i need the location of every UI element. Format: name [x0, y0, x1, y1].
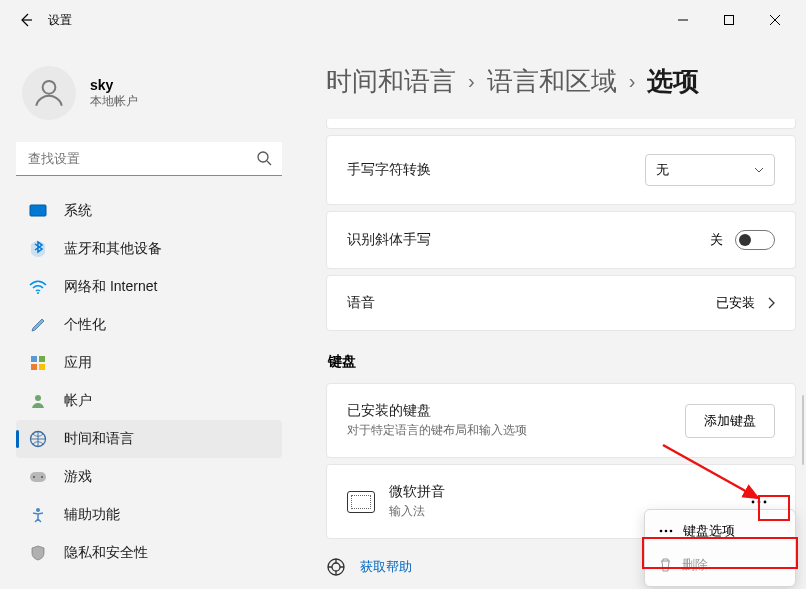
svg-point-18: [758, 500, 761, 503]
nav-label: 隐私和安全性: [64, 544, 148, 562]
minimize-button[interactable]: [660, 4, 706, 36]
installed-kb-sub: 对于特定语言的键布局和输入选项: [347, 422, 527, 439]
nav-label: 帐户: [64, 392, 92, 410]
nav-label: 系统: [64, 202, 92, 220]
ctx-delete: 删除: [649, 548, 791, 582]
search-input[interactable]: [16, 142, 282, 176]
chevron-right-icon: [767, 297, 775, 309]
window-title: 设置: [48, 12, 72, 29]
row-italic: 识别斜体手写 关: [327, 212, 795, 268]
row-installed-keyboards: 已安装的键盘 对于特定语言的键布局和输入选项 添加键盘: [327, 384, 795, 457]
back-button[interactable]: [8, 2, 44, 38]
wifi-icon: [28, 277, 48, 297]
ctx-label: 删除: [682, 556, 708, 574]
keyboard-section-title: 键盘: [328, 353, 806, 371]
search-icon: [256, 150, 272, 170]
person-icon: [28, 391, 48, 411]
globe-clock-icon: [28, 429, 48, 449]
handwriting-select[interactable]: 无: [645, 154, 775, 186]
nav-privacy[interactable]: 隐私和安全性: [16, 534, 282, 572]
avatar-icon: [22, 66, 76, 120]
nav-label: 个性化: [64, 316, 106, 334]
svg-point-5: [31, 241, 45, 257]
ime-sub: 输入法: [389, 503, 445, 520]
italic-toggle[interactable]: [735, 230, 775, 250]
nav-gaming[interactable]: 游戏: [16, 458, 282, 496]
bluetooth-icon: [28, 239, 48, 259]
shield-icon: [28, 543, 48, 563]
svg-rect-7: [31, 356, 37, 362]
breadcrumb: 时间和语言 › 语言和区域 › 选项: [326, 64, 806, 99]
svg-point-11: [35, 395, 41, 401]
svg-rect-9: [31, 364, 37, 370]
user-name: sky: [90, 77, 138, 93]
brush-icon: [28, 315, 48, 335]
voice-status: 已安装: [716, 294, 755, 312]
display-icon: [28, 201, 48, 221]
svg-rect-0: [725, 16, 734, 25]
crumb-time-language[interactable]: 时间和语言: [326, 64, 456, 99]
nav-label: 蓝牙和其他设备: [64, 240, 162, 258]
nav-accounts[interactable]: 帐户: [16, 382, 282, 420]
nav-label: 时间和语言: [64, 430, 134, 448]
context-menu: 键盘选项 删除: [644, 509, 796, 587]
row-voice[interactable]: 语音 已安装: [327, 276, 795, 330]
toggle-state: 关: [710, 231, 723, 249]
svg-point-17: [752, 500, 755, 503]
add-keyboard-button[interactable]: 添加键盘: [685, 404, 775, 438]
svg-point-23: [665, 530, 668, 533]
nav-label: 应用: [64, 354, 92, 372]
svg-point-15: [41, 476, 43, 478]
nav-label: 网络和 Internet: [64, 278, 157, 296]
nav-time-language[interactable]: 时间和语言: [16, 420, 282, 458]
svg-rect-10: [39, 364, 45, 370]
nav-apps[interactable]: 应用: [16, 344, 282, 382]
close-button[interactable]: [752, 4, 798, 36]
maximize-button[interactable]: [706, 4, 752, 36]
row-handwriting: 手写字符转换 无: [327, 136, 795, 204]
gamepad-icon: [28, 467, 48, 487]
svg-rect-8: [39, 356, 45, 362]
select-value: 无: [656, 161, 669, 179]
ctx-label: 键盘选项: [683, 522, 735, 540]
svg-point-16: [36, 508, 40, 512]
svg-rect-3: [30, 205, 46, 216]
svg-rect-13: [30, 472, 46, 482]
card-fragment: [326, 119, 796, 129]
trash-icon: [659, 558, 672, 572]
crumb-options: 选项: [647, 64, 699, 99]
user-subtitle: 本地帐户: [90, 93, 138, 110]
svg-point-1: [43, 81, 56, 94]
chevron-down-icon: [754, 167, 764, 173]
chevron-right-icon: ›: [629, 70, 636, 93]
get-help-label: 获取帮助: [360, 558, 412, 576]
chevron-right-icon: ›: [468, 70, 475, 93]
user-block: sky 本地帐户: [22, 66, 300, 120]
nav-personalization[interactable]: 个性化: [16, 306, 282, 344]
nav-label: 辅助功能: [64, 506, 120, 524]
ime-title: 微软拼音: [389, 483, 445, 501]
search-box[interactable]: [16, 142, 282, 176]
ctx-keyboard-options[interactable]: 键盘选项: [649, 514, 791, 548]
nav-network[interactable]: 网络和 Internet: [16, 268, 282, 306]
svg-point-24: [670, 530, 673, 533]
nav-bluetooth[interactable]: 蓝牙和其他设备: [16, 230, 282, 268]
nav-label: 游戏: [64, 468, 92, 486]
voice-label: 语音: [347, 294, 375, 312]
nav-system[interactable]: 系统: [16, 192, 282, 230]
svg-point-22: [660, 530, 663, 533]
accessibility-icon: [28, 505, 48, 525]
italic-label: 识别斜体手写: [347, 231, 431, 249]
apps-icon: [28, 353, 48, 373]
handwriting-label: 手写字符转换: [347, 161, 431, 179]
installed-kb-title: 已安装的键盘: [347, 402, 527, 420]
svg-point-19: [764, 500, 767, 503]
nav-accessibility[interactable]: 辅助功能: [16, 496, 282, 534]
svg-point-2: [258, 152, 268, 162]
svg-point-21: [332, 563, 340, 571]
crumb-language-region[interactable]: 语言和区域: [487, 64, 617, 99]
keyboard-icon: [347, 491, 375, 513]
scrollbar[interactable]: [802, 395, 804, 465]
svg-point-6: [37, 292, 39, 294]
svg-point-14: [33, 476, 35, 478]
